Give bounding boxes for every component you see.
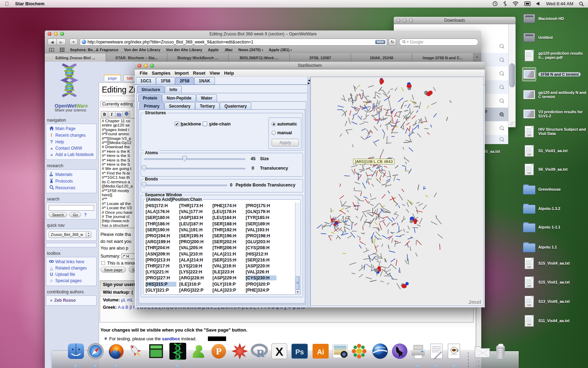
desktop-icon[interactable]: TXTS11_Visit4_aa.txt <box>522 314 569 328</box>
pdb-tab-1nak[interactable]: 1NAK <box>194 77 215 84</box>
sequence-entry[interactable]: [VAL]193:H <box>246 227 276 232</box>
browser-tab[interactable]: Biology WorkBench ... <box>167 53 229 62</box>
browser-tab[interactable]: 1NAK, 25248 <box>351 53 412 62</box>
close-button[interactable] <box>48 32 51 36</box>
side-chain-checkbox[interactable] <box>203 122 207 126</box>
sequence-entry[interactable]: [VAL]210:H <box>179 252 210 257</box>
sequence-entry[interactable]: [ILE]223:H <box>212 270 243 274</box>
save-page-button[interactable]: Save page <box>100 267 126 273</box>
sidebar-link[interactable]: Materials <box>46 171 96 178</box>
sequence-entry[interactable]: [LYS]218:H <box>179 264 210 268</box>
sequence-entry[interactable]: [GLU]203:H <box>246 239 276 244</box>
menu-view[interactable]: View <box>210 70 224 76</box>
forward-button[interactable]: ▶ <box>57 39 66 45</box>
sequence-entry[interactable]: [GLN]179:H <box>246 209 276 214</box>
sequence-entry[interactable]: [SER]196:H <box>212 233 243 238</box>
menu-samples[interactable]: Samples <box>152 70 174 76</box>
downloads-titlebar[interactable]: Downloads <box>394 17 516 24</box>
tab-page[interactable]: page <box>104 75 121 81</box>
sequence-entry[interactable]: [SER]202:H <box>212 239 243 244</box>
sequence-entry[interactable]: [LYS]222:H <box>179 270 210 274</box>
sequence-entry[interactable]: [LEU]187:H <box>179 222 210 226</box>
search-help-link[interactable]: ? <box>84 212 86 217</box>
view-tab-structure[interactable]: Structure <box>137 86 164 93</box>
volume-icon[interactable] <box>536 1 540 6</box>
zoom-button[interactable] <box>60 32 64 36</box>
mol-tab-water[interactable]: Water <box>196 94 217 102</box>
bookmark-item[interactable]: Apple (381) ▾ <box>269 48 292 52</box>
sequence-entry[interactable]: [ARG]322:P <box>179 288 210 293</box>
sequence-entry[interactable]: [LEU]178:H <box>212 209 243 214</box>
dock-trash-icon[interactable] <box>492 342 509 360</box>
quick-nav-select[interactable]: Zrusso_Biol_368_w▲▼ <box>49 231 91 238</box>
desktop-icon[interactable]: TXTS6_Visit9_aa.txt <box>522 162 568 176</box>
sidebar-link[interactable]: ☆Special pages <box>46 278 96 284</box>
sequence-list[interactable]: [HIS]172:H[THR]173:H[PHE]174:H[PRO]175:H… <box>144 203 295 294</box>
bookmark-item[interactable]: .Mac <box>224 48 233 52</box>
wiki-go-button[interactable]: Go <box>69 212 81 217</box>
sequence-entry[interactable]: [THR]204:H <box>146 245 176 250</box>
sequence-entry[interactable]: [VAL]191:H <box>179 227 210 232</box>
zoom-button[interactable] <box>150 64 154 68</box>
sequence-entry[interactable]: [PRO]198:H <box>246 233 276 238</box>
sequence-entry[interactable]: [ARG]228:H <box>179 275 210 280</box>
desktop-icon[interactable]: Macintosh HD <box>522 12 564 26</box>
dock-powerpoint-icon[interactable]: P <box>210 342 227 360</box>
wifi-icon[interactable] <box>512 1 519 6</box>
sequence-entry[interactable]: [SER]180:H <box>146 215 176 220</box>
sequence-entry[interactable]: [SER]215:H <box>212 258 243 263</box>
sidebar-link[interactable]: !Recent changes <box>46 132 96 138</box>
desktop-icon[interactable]: Aipotu 1-1.1 <box>522 220 560 234</box>
mol-tab-protein[interactable]: Protein <box>138 94 162 102</box>
wiki-search-input[interactable] <box>49 205 94 211</box>
reveal-icon[interactable] <box>499 71 505 76</box>
reveal-icon[interactable] <box>499 112 505 117</box>
bookmarks-book-icon[interactable] <box>49 48 54 52</box>
sidebar-link[interactable]: Add a Lab Notebook <box>46 151 96 158</box>
sequence-entry[interactable]: [THR]206:H <box>212 245 243 250</box>
spotlight-icon[interactable] <box>579 1 584 6</box>
sequence-entry[interactable]: [SER]188:H <box>212 222 243 226</box>
sequence-entry[interactable]: [ASP]183:H <box>179 215 210 220</box>
sequence-entry[interactable]: [VAL]219:H <box>212 264 243 268</box>
sequence-entry[interactable]: [SER]195:H <box>179 233 210 238</box>
sequence-entry[interactable]: [ALA]211:H <box>212 252 243 257</box>
desktop-icon[interactable]: Untitled <box>522 30 553 45</box>
starbiochem-titlebar[interactable]: StarBiochem <box>135 62 485 69</box>
sequence-entry[interactable]: [GLY]321:P <box>146 288 176 293</box>
sidebar-link[interactable]: Main Page <box>46 125 96 132</box>
sequence-entry[interactable]: [HIS]315:P <box>146 282 176 287</box>
menu-clock[interactable]: Wed 8:44 AM <box>546 1 573 6</box>
sequence-entry[interactable]: [THR]173:H <box>179 203 210 208</box>
level-tab-primary[interactable]: Primary <box>139 102 164 110</box>
bold-button[interactable]: B <box>101 111 108 117</box>
backbone-checkbox[interactable]: ✔ <box>175 122 179 126</box>
browser-tab[interactable]: STAR: Biochem – Sta... <box>106 53 167 62</box>
dock-safari-icon[interactable] <box>87 342 104 360</box>
level-tab-quaternary[interactable]: Quaternary <box>220 102 251 110</box>
sequence-entry[interactable]: [THR]217:H <box>146 264 176 268</box>
internal-link-button[interactable]: Ab <box>115 111 123 117</box>
dock-java-doc-icon[interactable] <box>445 342 463 360</box>
reveal-icon[interactable] <box>499 137 505 142</box>
automatic-radio[interactable] <box>272 122 276 126</box>
sequence-entry[interactable]: [ASP]220:H <box>246 264 276 268</box>
level-tab-secondary[interactable]: Secondary <box>164 102 195 110</box>
external-link-button[interactable] <box>123 111 130 117</box>
close-button[interactable] <box>397 19 400 22</box>
dock-cube-icon[interactable] <box>147 342 165 360</box>
openwetware-logo[interactable]: OpenWetWare Share your science. <box>45 62 98 114</box>
browser-tab[interactable]: Image:1F58 N and C... <box>412 53 474 62</box>
url-field[interactable]: http://openwetware.org/index.php?title=Z… <box>80 39 387 46</box>
desktop-icon-partial-label[interactable]: it5_aa.txt <box>483 149 500 154</box>
sequence-entry[interactable]: [VAL]177:H <box>179 209 210 214</box>
dock-photoshop-icon[interactable]: Ps <box>291 342 308 360</box>
wiki-search-button[interactable]: Search <box>49 212 67 217</box>
author-link[interactable]: Zeb Russo <box>46 297 96 304</box>
bookmark-item[interactable]: Sephora: Be...& Fragrance <box>70 48 118 52</box>
bookmark-item[interactable]: News (3470) ▾ <box>238 48 263 52</box>
sequence-entry[interactable]: [SER]190:H <box>146 227 176 232</box>
sequence-entry[interactable]: [CYS]230:H <box>246 275 276 280</box>
sidebar-link[interactable]: What links here <box>46 259 96 265</box>
reveal-icon[interactable] <box>499 43 505 49</box>
